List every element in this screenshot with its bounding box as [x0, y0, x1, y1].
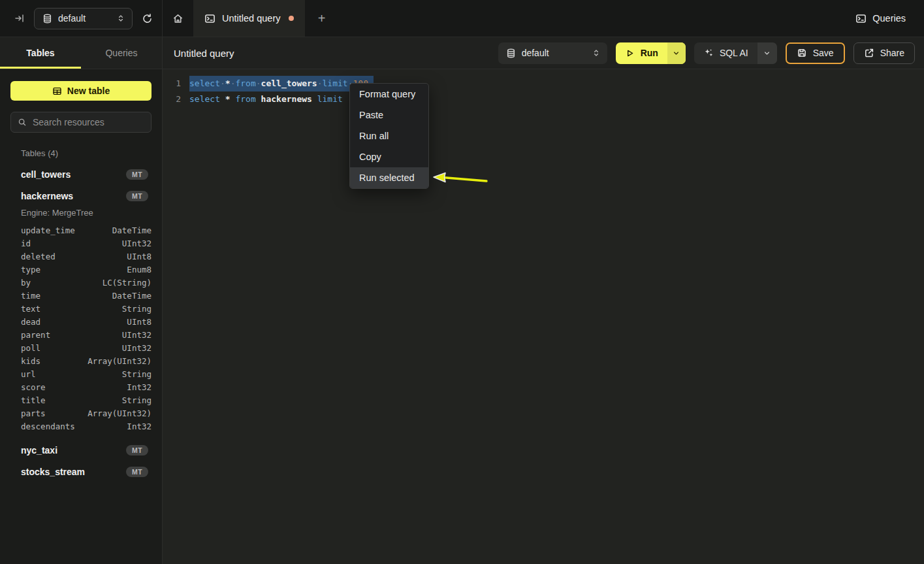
column-row: parentUInt32 [10, 328, 151, 341]
column-name: type [21, 265, 127, 274]
line-number: 2 [173, 91, 181, 107]
code-line[interactable]: 2select * from hackernews limit [173, 91, 924, 107]
table-icon [52, 86, 62, 96]
table-item-cell_towers[interactable]: cell_towersMT [10, 163, 151, 185]
menu-item-run-selected[interactable]: Run selected [350, 167, 428, 188]
column-type: UInt32 [122, 343, 151, 353]
table-name: cell_towers [21, 169, 126, 180]
code-token: select [189, 94, 220, 104]
column-name: title [21, 395, 122, 405]
column-type: UInt8 [127, 252, 151, 261]
column-row: byLC(String) [10, 276, 151, 289]
database-select-value: default [58, 13, 110, 24]
body: New table Tables (4) cell_towersMThacker… [0, 69, 924, 564]
sql-editor[interactable]: 1select·*·from·cell_towers·limit·100·2se… [163, 69, 924, 564]
column-row: deadUInt8 [10, 315, 151, 328]
add-tab-button[interactable]: + [305, 0, 338, 37]
menu-item-format-query[interactable]: Format query [350, 84, 428, 105]
column-row: scoreInt32 [10, 380, 151, 393]
code-token: · [256, 78, 261, 88]
code-token [256, 94, 261, 104]
column-name: score [21, 382, 127, 392]
column-name: parts [21, 408, 88, 418]
share-button[interactable]: Share [853, 42, 915, 64]
column-name: dead [21, 317, 127, 327]
column-name: deleted [21, 252, 127, 261]
topbar-left: default [0, 0, 163, 37]
toolbar-controls: default Run [498, 42, 915, 64]
engine-badge: MT [126, 169, 148, 180]
menu-item-copy[interactable]: Copy [350, 146, 428, 167]
menu-item-run-all[interactable]: Run all [350, 125, 428, 146]
column-name: poll [21, 343, 122, 353]
sidebar: New table Tables (4) cell_towersMThacker… [0, 69, 163, 564]
queries-button-label: Queries [872, 13, 906, 24]
code-token: limit [323, 78, 348, 88]
save-button[interactable]: Save [786, 42, 845, 64]
table-item-hackernews[interactable]: hackernewsMT [10, 185, 151, 207]
menu-item-paste[interactable]: Paste [350, 105, 428, 125]
column-name: id [21, 239, 122, 248]
column-type: Array(UInt32) [88, 356, 151, 366]
code-line[interactable]: 1select·*·from·cell_towers·limit·100· [173, 76, 924, 91]
code-token: · [220, 78, 225, 88]
column-type: DateTime [112, 225, 151, 235]
column-name: url [21, 369, 122, 379]
code-token: limit [317, 94, 343, 104]
column-row: titleString [10, 393, 151, 406]
chevron-updown-icon [116, 14, 125, 23]
collapse-sidebar-icon[interactable] [14, 13, 25, 24]
column-type: UInt32 [122, 330, 151, 340]
page-title: Untitled query [174, 48, 234, 59]
database-icon [506, 48, 516, 58]
database-select[interactable]: default [34, 8, 133, 29]
column-row: deletedUInt8 [10, 250, 151, 263]
tables-list: cell_towersMThackernewsMTEngine: MergeTr… [10, 163, 151, 482]
home-icon[interactable] [163, 0, 193, 37]
code-token: from [235, 78, 255, 88]
column-type: Int32 [127, 422, 151, 431]
sql-ai-button[interactable]: SQL AI [694, 42, 777, 64]
queries-terminal-icon [855, 13, 867, 24]
tab-label: Untitled query [222, 13, 280, 24]
run-button[interactable]: Run [616, 42, 686, 64]
column-type: LC(String) [103, 278, 151, 288]
new-table-button[interactable]: New table [10, 81, 151, 101]
run-options-button[interactable] [667, 42, 686, 64]
column-type: UInt32 [122, 239, 151, 248]
save-button-label: Save [813, 48, 834, 58]
editor-toolbar: Untitled query default [163, 37, 924, 69]
tab-tables[interactable]: Tables [0, 37, 81, 69]
code-token [220, 94, 225, 104]
column-name: time [21, 291, 112, 301]
code-token: hackernews [261, 94, 312, 104]
tables-section-label: Tables (4) [21, 148, 151, 158]
column-name: text [21, 304, 122, 314]
column-type: String [122, 395, 151, 405]
column-name: kids [21, 356, 88, 366]
queries-button[interactable]: Queries [855, 0, 924, 37]
toolbar-database-select[interactable]: default [498, 42, 607, 64]
topbar: default [0, 0, 924, 37]
code-token: * [225, 78, 231, 88]
table-item-nyc_taxi[interactable]: nyc_taxiMT [10, 439, 151, 461]
table-item-stocks_stream[interactable]: stocks_streamMT [10, 461, 151, 482]
search-input[interactable] [33, 117, 151, 127]
column-row: textString [10, 302, 151, 315]
column-row: update_timeDateTime [10, 224, 151, 237]
column-type: String [122, 369, 151, 379]
code-token [343, 94, 348, 104]
share-icon [864, 48, 874, 58]
engine-badge: MT [126, 445, 148, 456]
column-type: String [122, 304, 151, 314]
tab-untitled-query[interactable]: Untitled query [193, 0, 305, 37]
tab-queries[interactable]: Queries [81, 37, 162, 69]
column-row: idUInt32 [10, 237, 151, 250]
column-name: update_time [21, 225, 112, 235]
database-icon [42, 14, 52, 24]
column-row: descendantsInt32 [10, 420, 151, 433]
sql-ai-options-button[interactable] [757, 42, 777, 64]
engine-badge: MT [126, 191, 148, 201]
refresh-icon[interactable] [142, 13, 153, 24]
column-name: by [21, 278, 103, 288]
